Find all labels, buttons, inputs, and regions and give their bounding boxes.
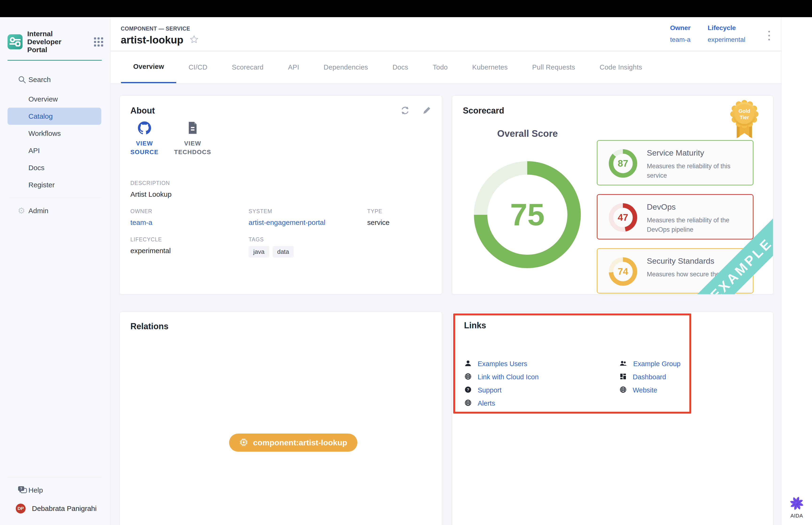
app-title: Internal Developer Portal bbox=[27, 30, 81, 54]
metric-name: Service Maturity bbox=[647, 148, 704, 158]
entity-header: COMPONENT — SERVICE artist-lookup Owner … bbox=[110, 17, 781, 51]
top-black-bar bbox=[0, 0, 812, 17]
field-description: DESCRIPTION Artist Lookup bbox=[131, 180, 171, 198]
tab-api[interactable]: API bbox=[276, 51, 311, 83]
badge-line2: Tier bbox=[740, 115, 749, 120]
tag-chip[interactable]: java bbox=[249, 246, 269, 258]
sidebar-item-search[interactable]: Search bbox=[0, 71, 110, 88]
refresh-icon[interactable] bbox=[400, 105, 410, 116]
lifecycle-value: experimental bbox=[708, 36, 745, 44]
tab-cicd[interactable]: CI/CD bbox=[176, 51, 219, 83]
gear-icon: ⚙ bbox=[18, 207, 28, 215]
apps-grid-icon[interactable] bbox=[94, 38, 103, 46]
tab-bar: Overview CI/CD Scorecard API Dependencie… bbox=[110, 51, 781, 84]
overall-score-value: 75 bbox=[510, 197, 545, 232]
metric-name: DevOps bbox=[647, 202, 676, 211]
tab-code-insights[interactable]: Code Insights bbox=[587, 51, 654, 83]
kebab-menu-icon[interactable] bbox=[766, 28, 772, 43]
sidebar-item-workflows[interactable]: Workflows bbox=[0, 125, 110, 142]
sidebar-item-overview[interactable]: Overview bbox=[0, 90, 110, 108]
main-area: COMPONENT — SERVICE artist-lookup Owner … bbox=[110, 17, 781, 525]
view-techdocs-label: VIEW TECHDOCS bbox=[174, 139, 211, 156]
app-logo-icon[interactable] bbox=[7, 34, 22, 49]
metric-name: Security Standards bbox=[647, 256, 714, 266]
tab-kubernetes[interactable]: Kubernetes bbox=[460, 51, 520, 83]
sidebar-item-register[interactable]: Register bbox=[0, 176, 110, 193]
field-system: SYSTEM artist-engagement-portal bbox=[249, 208, 325, 227]
field-type: TYPE service bbox=[367, 208, 389, 227]
overall-score-donut: 75 bbox=[474, 161, 581, 268]
header-owner[interactable]: Owner team-a bbox=[670, 24, 691, 44]
aida-assistant-button[interactable]: AIDA bbox=[781, 496, 812, 519]
link-dashboard[interactable]: Dashboard bbox=[619, 371, 666, 383]
sidebar-bottom-divider bbox=[7, 477, 102, 477]
overall-score-label: Overall Score bbox=[478, 128, 577, 139]
about-card: About bbox=[120, 96, 442, 294]
star-icon[interactable] bbox=[189, 35, 199, 45]
edit-pencil-icon[interactable] bbox=[422, 105, 432, 116]
help-chat-icon: ? bbox=[18, 486, 28, 495]
sidebar-item-label: Overview bbox=[28, 95, 58, 103]
tab-docs[interactable]: Docs bbox=[380, 51, 420, 83]
system-link[interactable]: artist-engagement-portal bbox=[249, 219, 325, 227]
owner-value[interactable]: team-a bbox=[670, 36, 691, 44]
tab-pull-requests[interactable]: Pull Requests bbox=[520, 51, 587, 83]
chip-icon bbox=[240, 438, 248, 448]
metric-devops[interactable]: 47 DevOps Measures the reliability of th… bbox=[597, 194, 753, 239]
sidebar-item-label: Admin bbox=[28, 207, 48, 215]
metric-desc: Measures the reliability of this service bbox=[647, 162, 746, 180]
user-menu[interactable]: DP Debabrata Panigrahi bbox=[0, 499, 110, 519]
link-examples-users[interactable]: Examples Users bbox=[464, 358, 527, 370]
badge-line1: Gold bbox=[738, 108, 750, 114]
aida-logo-icon bbox=[789, 496, 804, 511]
field-owner: OWNER team-a bbox=[131, 208, 152, 227]
field-lifecycle: LIFECYCLE experimental bbox=[131, 236, 171, 255]
sidebar-item-label: Workflows bbox=[28, 130, 61, 137]
sidebar-item-label: Register bbox=[28, 181, 55, 189]
tab-overview[interactable]: Overview bbox=[121, 51, 176, 83]
link-website[interactable]: Website bbox=[619, 384, 657, 396]
metric-donut: 74 bbox=[609, 257, 637, 286]
view-techdocs-link[interactable]: VIEW TECHDOCS bbox=[175, 121, 210, 156]
link-support[interactable]: ? Support bbox=[464, 384, 502, 396]
sidebar-item-label: Catalog bbox=[28, 112, 52, 120]
view-source-link[interactable]: VIEW SOURCE bbox=[127, 121, 162, 156]
links-title: Links bbox=[464, 320, 486, 330]
sidebar-item-label: Docs bbox=[28, 164, 44, 172]
link-cloud[interactable]: Link with Cloud Icon bbox=[464, 371, 539, 383]
globe-icon bbox=[464, 373, 472, 381]
metric-desc: Measures the reliability of the DevOps p… bbox=[647, 215, 746, 234]
tab-scorecard[interactable]: Scorecard bbox=[220, 51, 276, 83]
page-title: artist-lookup bbox=[121, 34, 183, 46]
view-source-label: VIEW SOURCE bbox=[127, 139, 162, 156]
person-icon bbox=[464, 360, 472, 368]
sidebar-item-help[interactable]: ? Help bbox=[0, 481, 110, 499]
tag-chip[interactable]: data bbox=[273, 246, 294, 258]
gold-tier-badge: Gold Tier bbox=[729, 100, 760, 141]
aida-label: AIDA bbox=[791, 513, 803, 519]
content-area: About bbox=[110, 84, 781, 525]
scorecard-title: Scorecard bbox=[463, 106, 504, 116]
tab-dependencies[interactable]: Dependencies bbox=[311, 51, 380, 83]
sidebar-item-catalog[interactable]: Catalog bbox=[7, 108, 101, 125]
avatar: DP bbox=[15, 503, 26, 514]
relations-node[interactable]: component:artist-lookup bbox=[229, 434, 357, 452]
sidebar-nav: Search Overview Catalog Workflows API Do… bbox=[0, 71, 110, 219]
tab-todo[interactable]: Todo bbox=[420, 51, 460, 83]
link-example-group[interactable]: Example Group bbox=[619, 358, 681, 370]
sidebar-item-api[interactable]: API bbox=[0, 142, 110, 159]
sidebar-item-label: API bbox=[28, 147, 40, 155]
docs-file-icon bbox=[187, 121, 198, 135]
sidebar-item-admin[interactable]: ⚙ Admin bbox=[0, 202, 110, 219]
owner-link[interactable]: team-a bbox=[131, 219, 152, 227]
metric-service-maturity[interactable]: 87 Service Maturity Measures the reliabi… bbox=[597, 140, 753, 185]
svg-text:?: ? bbox=[20, 486, 22, 491]
links-highlight-box: Links Examples Users Link with Cloud Ico… bbox=[453, 314, 691, 414]
sidebar-item-label: Help bbox=[28, 486, 43, 494]
dashboard-icon bbox=[619, 373, 627, 381]
header-lifecycle: Lifecycle experimental bbox=[708, 24, 745, 44]
about-title: About bbox=[131, 106, 155, 116]
sidebar: Internal Developer Portal Search Overvie… bbox=[0, 17, 110, 525]
link-alerts[interactable]: Alerts bbox=[464, 397, 495, 409]
sidebar-item-docs[interactable]: Docs bbox=[0, 159, 110, 176]
